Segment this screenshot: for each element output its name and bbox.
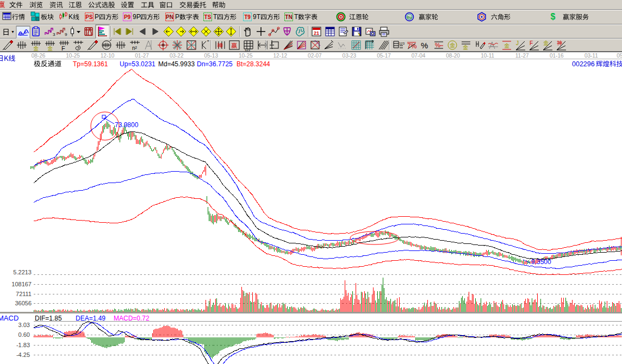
svg-text:P: P [95,13,99,21]
svg-text:9T: 9T [253,13,261,21]
svg-text:DIF=1.85: DIF=1.85 [35,315,62,322]
svg-text:10-25: 10-25 [66,53,80,59]
svg-text:123: 123 [399,42,405,45]
svg-text:10-25: 10-25 [239,53,253,59]
svg-text:72111: 72111 [16,291,32,297]
svg-text:MACD=0.72: MACD=0.72 [114,315,150,322]
svg-text:n²: n² [132,45,138,51]
svg-text:P9: P9 [124,14,131,20]
svg-text:K: K [69,13,73,21]
svg-text:PS: PS [85,14,93,20]
svg-text:MACD: MACD [0,314,18,322]
svg-text:3: 3 [53,32,55,37]
svg-text:P: P [175,13,179,21]
svg-text:10-11: 10-11 [481,53,494,59]
svg-text:9P: 9P [133,13,141,21]
svg-text:F: F [530,40,533,46]
svg-text:05-13: 05-13 [204,53,218,59]
svg-text:T: T [294,13,298,21]
svg-text:12-10: 12-10 [101,53,115,59]
svg-text:05-06: 05-06 [617,53,622,59]
svg-text:123: 123 [245,48,251,52]
svg-text:21: 21 [314,30,319,36]
svg-text:03-22: 03-22 [170,53,184,59]
svg-text:03-23: 03-23 [343,53,357,59]
svg-text:-1.83: -1.83 [16,342,30,348]
svg-text:%: % [421,41,428,50]
svg-text:01-27: 01-27 [135,53,149,59]
svg-text:Dn=36.7725: Dn=36.7725 [197,60,233,68]
svg-text:Tp=59.1361: Tp=59.1361 [73,60,108,68]
svg-text:02-07: 02-07 [308,53,322,59]
svg-text:": " [207,40,209,46]
svg-text:DEA=1.49: DEA=1.49 [76,315,105,322]
svg-text:0.60: 0.60 [18,331,30,338]
svg-text:Md=45.9933: Md=45.9933 [158,60,195,68]
svg-text:08-20: 08-20 [446,53,460,59]
svg-text:5.2213: 5.2213 [13,269,32,275]
svg-text:08-26: 08-26 [32,53,46,59]
svg-text:03-11: 03-11 [584,53,598,59]
svg-text:Up=53.0231: Up=53.0231 [120,60,156,68]
svg-text:-4.25: -4.25 [16,352,30,358]
svg-text:05-17: 05-17 [377,53,391,59]
svg-text:PN: PN [166,14,173,20]
svg-text:3.03: 3.03 [18,322,30,328]
svg-text:9: 9 [65,32,67,37]
svg-text:01-16: 01-16 [550,53,564,59]
svg-text:F: F [61,45,65,52]
svg-text:$: $ [551,12,556,21]
svg-text:Bt=28.3244: Bt=28.3244 [237,60,270,68]
svg-text:J: J [516,40,519,46]
svg-text:▼: ▼ [11,30,15,34]
svg-text:T9: T9 [244,14,251,20]
svg-text:TN: TN [285,14,292,20]
svg-text:12-12: 12-12 [273,53,288,59]
svg-text:36056: 36056 [15,300,32,306]
svg-text:07-04: 07-04 [412,53,426,59]
svg-text:108167: 108167 [11,281,32,287]
svg-text:002296: 002296 [572,60,595,68]
svg-text:9.3500: 9.3500 [531,258,551,266]
svg-text:T: T [213,13,217,21]
svg-text:11-27: 11-27 [515,53,529,59]
svg-text:%: % [435,42,440,48]
svg-text:Big: Big [407,16,412,19]
svg-text:73.9800: 73.9800 [115,121,139,129]
svg-text:TS: TS [204,14,212,20]
